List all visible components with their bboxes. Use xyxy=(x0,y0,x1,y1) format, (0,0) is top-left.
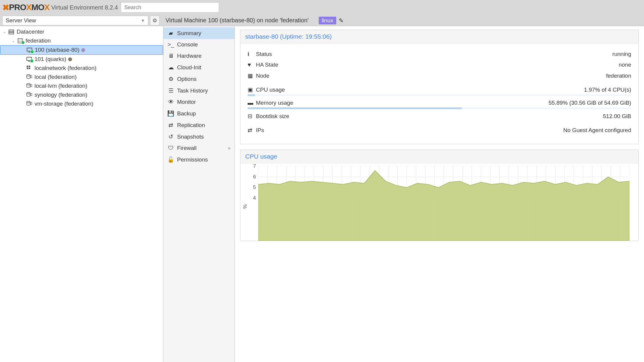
value-ips: No Guest Agent configured xyxy=(563,127,631,134)
cpu-progress xyxy=(248,94,631,96)
value-memory: 55.89% (30.56 GiB of 54.69 GiB) xyxy=(548,100,631,106)
svg-point-18 xyxy=(27,93,30,94)
building-icon: ▦ xyxy=(248,72,256,79)
chart-y-tick: 5 xyxy=(253,184,256,190)
row-hastate: ♥ HA State none xyxy=(248,59,631,70)
tree-label: localnetwork (federation) xyxy=(35,65,96,71)
svg-rect-1 xyxy=(9,31,14,32)
tree-node-vm-100[interactable]: 100 (starbase-80) xyxy=(0,45,163,55)
sidemenu-label: Task History xyxy=(177,87,208,94)
tree-node-storage-local[interactable]: local (federation) xyxy=(0,73,163,82)
tree-node-localnetwork[interactable]: localnetwork (federation) xyxy=(0,64,163,73)
sidemenu-label: Backup xyxy=(177,110,196,117)
svg-point-16 xyxy=(27,84,30,85)
tree-label: vm-storage (federation) xyxy=(35,101,93,107)
memory-progress xyxy=(248,107,631,109)
server-icon xyxy=(17,38,24,44)
sidemenu-firewall[interactable]: 🛡 Firewall ▶ xyxy=(163,142,235,154)
svg-rect-15 xyxy=(31,76,32,78)
sidemenu-summary[interactable]: ▰ Summary xyxy=(163,27,235,39)
label-cpu: CPU usage xyxy=(256,87,285,93)
chart-y-tick: 6 xyxy=(253,174,256,180)
vm-icon xyxy=(26,47,33,53)
sidemenu-permissions[interactable]: 🔓 Permissions xyxy=(163,154,235,165)
row-ips: ⇄ IPs No Guest Agent configured xyxy=(248,125,631,136)
label-bootdisk: Bootdisk size xyxy=(256,113,289,120)
sidemenu-backup[interactable]: 💾 Backup xyxy=(163,108,235,119)
label-ips: IPs xyxy=(256,127,264,134)
search-input[interactable] xyxy=(121,2,219,12)
memory-icon: ▬ xyxy=(248,100,256,106)
sidemenu-replication[interactable]: ⇄ Replication xyxy=(163,119,235,131)
summary-panel: starbase-80 (Uptime: 19:55:06) i Status … xyxy=(240,30,639,144)
logo-x-icon: ✖ xyxy=(2,3,9,12)
os-tag[interactable]: linux xyxy=(319,17,336,24)
eye-icon: 👁 xyxy=(167,99,175,105)
svg-rect-2 xyxy=(9,33,14,34)
sidemenu-console[interactable]: >_ Console xyxy=(163,39,235,50)
tree-node-storage-locallvm[interactable]: local-lvm (federation) xyxy=(0,82,163,90)
cpu-chart-svg xyxy=(258,166,629,241)
chevron-right-icon: ▶ xyxy=(228,146,231,150)
tree-label: 101 (quarks) xyxy=(35,56,66,62)
view-selector[interactable]: Server View ▼ xyxy=(2,16,148,25)
resource-tree: ⌄ Datacenter ⌄ federation 100 (starbase-… xyxy=(0,26,163,362)
svg-rect-10 xyxy=(27,66,28,67)
summary-panel-body: i Status running ♥ HA State none ▦ Node … xyxy=(240,43,638,144)
tree-node-storage-vmstorage[interactable]: vm-storage (federation) xyxy=(0,99,163,108)
tree-node-datacenter[interactable]: ⌄ Datacenter xyxy=(0,27,163,36)
label-status: Status xyxy=(256,51,272,57)
cloud-icon: ☁ xyxy=(167,64,175,71)
chart-y-tick: 7 xyxy=(253,163,256,169)
row-cpu: ▣ CPU usage 1.97% of 4 CPU(s) xyxy=(248,84,631,95)
row-status: i Status running xyxy=(248,49,631,59)
retweet-icon: ⇄ xyxy=(167,122,175,128)
status-dot-icon xyxy=(81,48,85,52)
tree-node-storage-synology[interactable]: synology (federation) xyxy=(0,90,163,99)
sidemenu-monitor[interactable]: 👁 Monitor xyxy=(163,96,235,108)
book-icon: ▰ xyxy=(167,30,175,37)
sidemenu-label: Cloud-Init xyxy=(177,64,201,71)
cpu-chart: % 4567 xyxy=(246,166,632,241)
cpu-chart-title: CPU usage xyxy=(240,150,638,163)
tree-node-vm-101[interactable]: 101 (quarks) xyxy=(0,55,163,64)
value-hastate: none xyxy=(619,62,631,68)
label-hastate: HA State xyxy=(256,62,278,68)
row-memory: ▬ Memory usage 55.89% (30.56 GiB of 54.6… xyxy=(248,98,631,108)
sidemenu-options[interactable]: ⚙ Options xyxy=(163,73,235,85)
info-icon: i xyxy=(248,51,256,57)
svg-rect-6 xyxy=(27,48,32,51)
logo-text: PROXMOX xyxy=(9,3,49,12)
storage-icon xyxy=(26,92,33,98)
svg-rect-21 xyxy=(31,102,32,105)
edit-tags-button[interactable]: ✎ xyxy=(339,17,344,24)
sidemenu-label: Snapshots xyxy=(177,134,204,140)
cpu-icon: ▣ xyxy=(248,86,256,93)
expander-icon[interactable]: ⌄ xyxy=(12,39,15,43)
view-selector-label: Server View xyxy=(6,17,36,24)
sidemenu-taskhistory[interactable]: ☰ Task History xyxy=(163,85,235,96)
value-node: federation xyxy=(606,73,631,79)
sidemenu-cloudinit[interactable]: ☁ Cloud-Init xyxy=(163,62,235,73)
chart-y-tick: 4 xyxy=(253,195,256,201)
sidemenu-snapshots[interactable]: ↺ Snapshots xyxy=(163,131,235,142)
svg-rect-0 xyxy=(9,30,14,31)
save-icon: 💾 xyxy=(167,110,175,117)
content-area: starbase-80 (Uptime: 19:55:06) i Status … xyxy=(235,26,644,362)
value-cpu: 1.97% of 4 CPU(s) xyxy=(584,87,631,93)
chart-y-axis: % 4567 xyxy=(246,166,257,241)
tree-label: local-lvm (federation) xyxy=(35,83,87,89)
svg-rect-3 xyxy=(18,39,23,43)
sidemenu-label: Hardware xyxy=(177,53,201,59)
expander-icon[interactable]: ⌄ xyxy=(3,30,7,34)
tree-node-federation[interactable]: ⌄ federation xyxy=(0,36,163,45)
svg-point-20 xyxy=(27,101,30,103)
tree-label: local (federation) xyxy=(35,74,77,80)
svg-rect-17 xyxy=(31,84,32,87)
gear-icon: ⚙ xyxy=(152,17,157,24)
breadcrumb: Virtual Machine 100 (starbase-80) on nod… xyxy=(165,17,344,24)
sidemenu-hardware[interactable]: 🖥 Hardware xyxy=(163,50,235,62)
svg-rect-12 xyxy=(27,68,28,69)
unlock-icon: 🔓 xyxy=(167,156,175,163)
settings-button[interactable]: ⚙ xyxy=(150,16,160,25)
